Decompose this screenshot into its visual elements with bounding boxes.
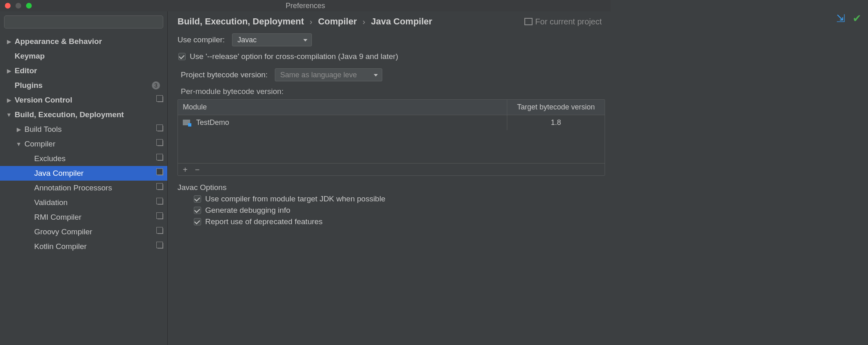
sidebar-item[interactable]: Keymap bbox=[0, 49, 167, 63]
breadcrumb-item: Java Compiler bbox=[371, 16, 432, 27]
opt-module-jdk-checkbox[interactable] bbox=[194, 195, 201, 203]
settings-tree: ▶Appearance & BehaviorKeymap▶EditorPlugi… bbox=[0, 33, 167, 345]
use-compiler-select[interactable]: Javac bbox=[232, 33, 312, 46]
sidebar-item[interactable]: ▶Appearance & Behavior bbox=[0, 34, 167, 49]
release-option-label: Use '--release' option for cross-compila… bbox=[190, 52, 398, 61]
sidebar-item-label: Excludes bbox=[34, 154, 155, 163]
sidebar-item-label: RMI Compiler bbox=[34, 213, 155, 222]
preferences-window: Preferences ▶Appearance & BehaviorKeymap… bbox=[0, 0, 611, 345]
add-button[interactable]: + bbox=[183, 166, 188, 174]
search-input[interactable] bbox=[4, 15, 163, 28]
sidebar-item[interactable]: Java Compiler bbox=[0, 166, 167, 181]
sidebar-item-label: Compiler bbox=[24, 140, 155, 148]
chevron-right-icon[interactable]: ▶ bbox=[6, 97, 12, 103]
sidebar-item-label: Java Compiler bbox=[34, 169, 155, 178]
chevron-right-icon: › bbox=[363, 17, 366, 26]
target-bytecode-cell[interactable]: 1.8 bbox=[507, 115, 605, 130]
sidebar-item[interactable]: Plugins3 bbox=[0, 78, 167, 93]
sidebar-item-label: Appearance & Behavior bbox=[15, 37, 163, 46]
project-scope-icon bbox=[158, 170, 163, 177]
release-option-checkbox[interactable] bbox=[178, 53, 186, 60]
main-panel: Build, Execution, Deployment › Compiler … bbox=[168, 11, 611, 345]
project-scope-icon bbox=[158, 96, 163, 104]
sidebar-item-label: Editor bbox=[15, 66, 163, 75]
project-scope-icon bbox=[158, 126, 163, 133]
sidebar-item-label: Groovy Compiler bbox=[34, 227, 155, 236]
minimize-icon[interactable] bbox=[15, 3, 21, 9]
module-bytecode-table: Module Target bytecode version TestDemo … bbox=[178, 99, 605, 176]
count-badge: 3 bbox=[152, 81, 160, 90]
opt-deprecated-checkbox[interactable] bbox=[194, 218, 201, 225]
sidebar-item[interactable]: ▶Editor bbox=[0, 63, 167, 78]
zoom-icon[interactable] bbox=[26, 3, 32, 9]
sidebar-item[interactable]: ▶Version Control bbox=[0, 93, 167, 107]
sidebar-item-label: Build, Execution, Deployment bbox=[15, 110, 163, 119]
sidebar-item-label: Build Tools bbox=[24, 125, 155, 134]
per-module-label: Per-module bytecode version: bbox=[181, 87, 601, 96]
editor-gutter-icons: ⇲ ✔ bbox=[836, 12, 861, 25]
for-current-project-label: For current project bbox=[526, 17, 602, 26]
chevron-down-icon[interactable]: ▼ bbox=[6, 111, 12, 118]
project-bytecode-placeholder: Same as language leve bbox=[280, 71, 357, 79]
sidebar-item[interactable]: ▶Build Tools bbox=[0, 122, 167, 137]
opt-debug-info-checkbox[interactable] bbox=[194, 207, 201, 214]
sidebar-item[interactable]: Annotation Processors bbox=[0, 181, 167, 195]
col-module: Module bbox=[178, 100, 507, 115]
window-controls bbox=[5, 3, 32, 9]
project-bytecode-label: Project bytecode version: bbox=[181, 70, 267, 79]
sidebar-item-label: Keymap bbox=[15, 52, 163, 61]
table-row[interactable]: TestDemo 1.8 bbox=[178, 115, 605, 130]
chevron-down-icon bbox=[303, 39, 307, 41]
project-scope-icon bbox=[526, 19, 532, 25]
use-compiler-label: Use compiler: bbox=[178, 35, 225, 44]
breadcrumb-item[interactable]: Compiler bbox=[318, 16, 357, 27]
module-icon bbox=[183, 120, 190, 125]
project-scope-icon bbox=[158, 228, 163, 236]
project-scope-icon bbox=[158, 184, 163, 192]
use-compiler-value: Javac bbox=[237, 36, 256, 44]
project-scope-icon bbox=[158, 199, 163, 206]
project-scope-icon bbox=[158, 214, 163, 221]
opt-module-jdk-label: Use compiler from module target JDK when… bbox=[205, 194, 385, 203]
project-scope-icon bbox=[158, 155, 163, 162]
sidebar-item[interactable]: Excludes bbox=[0, 151, 167, 166]
sidebar-item-label: Kotlin Compiler bbox=[34, 242, 155, 251]
chevron-right-icon[interactable]: ▶ bbox=[15, 126, 22, 133]
close-icon[interactable] bbox=[5, 3, 11, 9]
chevron-down-icon[interactable]: ▼ bbox=[15, 141, 22, 147]
project-scope-icon bbox=[158, 243, 163, 250]
breadcrumb-item[interactable]: Build, Execution, Deployment bbox=[178, 16, 304, 27]
window-title: Preferences bbox=[285, 2, 325, 10]
sidebar: ▶Appearance & BehaviorKeymap▶EditorPlugi… bbox=[0, 11, 168, 345]
opt-debug-info-label: Generate debugging info bbox=[205, 206, 290, 215]
remove-button[interactable]: − bbox=[195, 166, 200, 174]
col-target: Target bytecode version bbox=[507, 100, 605, 115]
content-area: ▶Appearance & BehaviorKeymap▶EditorPlugi… bbox=[0, 11, 611, 345]
sidebar-item[interactable]: Groovy Compiler bbox=[0, 225, 167, 239]
project-scope-icon bbox=[158, 140, 163, 148]
project-bytecode-select[interactable]: Same as language leve bbox=[275, 68, 382, 81]
for-current-project-text: For current project bbox=[535, 17, 602, 26]
sidebar-item-label: Annotation Processors bbox=[34, 183, 155, 192]
opt-deprecated-label: Report use of deprecated features bbox=[205, 217, 322, 226]
sidebar-item[interactable]: ▼Build, Execution, Deployment bbox=[0, 107, 167, 122]
sidebar-item[interactable]: Validation bbox=[0, 195, 167, 210]
sidebar-item[interactable]: RMI Compiler bbox=[0, 210, 167, 225]
chevron-right-icon: › bbox=[309, 17, 312, 26]
chevron-right-icon[interactable]: ▶ bbox=[6, 68, 12, 74]
chevron-right-icon[interactable]: ▶ bbox=[6, 38, 12, 45]
collapse-icon[interactable]: ⇲ bbox=[836, 12, 845, 25]
sidebar-item[interactable]: ▼Compiler bbox=[0, 137, 167, 151]
titlebar: Preferences bbox=[0, 0, 611, 11]
chevron-down-icon bbox=[374, 74, 378, 76]
sidebar-item-label: Plugins bbox=[15, 81, 152, 90]
sidebar-item-label: Version Control bbox=[15, 96, 155, 105]
checkmark-icon[interactable]: ✔ bbox=[853, 12, 861, 25]
sidebar-item-label: Validation bbox=[34, 198, 155, 207]
module-name: TestDemo bbox=[196, 118, 229, 127]
javac-options-title: Javac Options bbox=[178, 183, 601, 192]
sidebar-item[interactable]: Kotlin Compiler bbox=[0, 239, 167, 254]
